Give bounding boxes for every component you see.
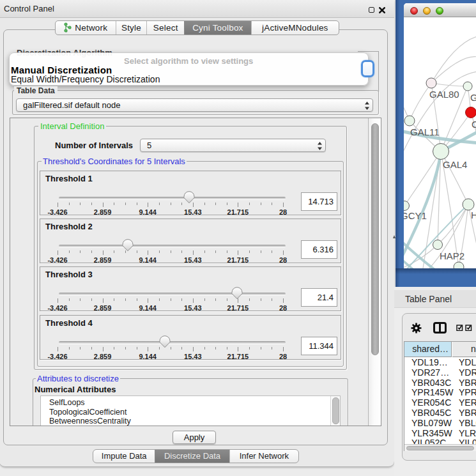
svg-text:GAL4: GAL4 xyxy=(443,159,467,170)
svg-text:GAL80: GAL80 xyxy=(429,89,459,100)
svg-text:C: C xyxy=(472,119,476,130)
svg-text:GA: GA xyxy=(470,92,476,103)
svg-text:HAP2: HAP2 xyxy=(440,250,464,261)
svg-text:GCY1: GCY1 xyxy=(404,210,427,221)
svg-text:GAL11: GAL11 xyxy=(410,127,440,137)
svg-text:H: H xyxy=(471,210,476,220)
